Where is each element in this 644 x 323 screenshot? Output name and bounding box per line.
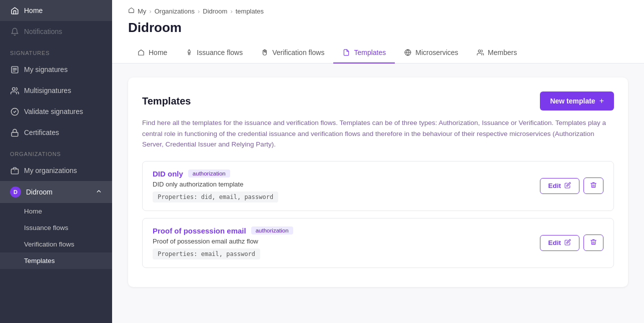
delete-button-2[interactable]: [583, 234, 603, 251]
content-area: Templates New template + Find here all t…: [112, 64, 644, 323]
template-item-proof-of-possession: Proof of possession email authorization …: [142, 218, 614, 268]
tab-members[interactable]: Members: [467, 42, 526, 64]
svg-rect-6: [12, 132, 18, 136]
chevron-up-icon: [96, 188, 102, 196]
page-title: Didroom: [112, 15, 644, 36]
template-item-left-2: Proof of possession email authorization …: [153, 226, 293, 260]
tab-templates-label: Templates: [354, 48, 386, 56]
new-template-button-label: New template: [550, 97, 595, 105]
template-item-did-only: DID only authorization DID only authoriz…: [142, 161, 614, 211]
templates-card: Templates New template + Find here all t…: [128, 78, 628, 287]
pencil-icon-2: [564, 239, 571, 247]
edit-label-1: Edit: [548, 182, 561, 190]
people-icon: [476, 48, 484, 56]
breadcrumb-didroom[interactable]: Didroom: [203, 8, 227, 15]
tab-home-label: Home: [149, 48, 167, 56]
tab-issuance-flows[interactable]: Issuance flows: [176, 42, 252, 64]
sidebar-item-home-label: Home: [24, 6, 43, 14]
template-item-left-1: DID only authorization DID only authoriz…: [153, 170, 278, 202]
sidebar-item-notifications[interactable]: Notifications: [0, 21, 112, 42]
template-name-row-1: DID only authorization: [153, 170, 278, 178]
sidebar-sub-item-issuance-flows-label: Issuance flows: [24, 224, 69, 232]
svg-point-11: [478, 50, 481, 52]
svg-rect-7: [11, 168, 18, 174]
sidebar-item-my-organizations[interactable]: My organizations: [0, 160, 112, 181]
flame-icon: [185, 48, 193, 56]
organizations-section-label: ORGANIZATIONS: [0, 143, 112, 160]
breadcrumb-templates: templates: [236, 8, 264, 15]
trash-icon-1: [590, 182, 597, 190]
templates-description: Find here all the templates for the issu…: [142, 118, 614, 150]
lock-icon: [10, 128, 19, 137]
template-badge-1: authorization: [188, 170, 230, 178]
sidebar-item-certificates[interactable]: Certificates: [0, 122, 112, 143]
template-name-2: Proof of possession email: [153, 226, 246, 235]
edit-button-1[interactable]: Edit: [540, 178, 580, 194]
tab-microservices[interactable]: Microservices: [395, 42, 467, 64]
home-icon: [10, 6, 19, 15]
sidebar-sub-item-templates-label: Templates: [24, 257, 55, 264]
breadcrumb-sep-1: ›: [149, 8, 151, 15]
template-badge-2: authorization: [251, 226, 293, 234]
sidebar-sub-item-org-home[interactable]: Home: [0, 203, 112, 220]
template-props-2: Properties: email, password: [153, 248, 260, 260]
check-circle-icon: [10, 107, 19, 116]
tab-home[interactable]: Home: [128, 42, 176, 64]
breadcrumb-sep-3: ›: [230, 8, 232, 15]
sidebar-sub-item-templates[interactable]: Templates: [0, 252, 112, 269]
template-desc-2: Proof of possession email authz flow: [153, 238, 293, 245]
tab-issuance-flows-label: Issuance flows: [197, 48, 243, 56]
tab-verification-flows[interactable]: Verification flows: [252, 42, 333, 64]
tab-verification-flows-label: Verification flows: [272, 48, 324, 56]
file-icon: [10, 65, 19, 74]
tabs: Home Issuance flows Verification flows T…: [112, 42, 644, 64]
delete-button-1[interactable]: [583, 178, 603, 194]
template-name-1: DID only: [153, 170, 183, 178]
template-actions-1: Edit: [540, 178, 604, 194]
template-desc-1: DID only authorization template: [153, 180, 278, 188]
template-props-1: Properties: did, email, password: [153, 192, 278, 202]
org-avatar-icon: D: [10, 186, 21, 198]
sidebar-item-multisignatures-label: Multisignatures: [24, 86, 71, 94]
sidebar-item-certificates-label: Certificates: [24, 128, 59, 136]
sidebar-org-name: Didroom: [26, 188, 53, 196]
sidebar-item-my-signatures[interactable]: My signatures: [0, 59, 112, 80]
breadcrumb-home-icon: [128, 7, 135, 15]
hand-icon: [261, 48, 269, 56]
users-icon: [10, 86, 19, 95]
sidebar-item-my-signatures-label: My signatures: [24, 66, 68, 74]
sidebar-item-didroom[interactable]: D Didroom: [0, 181, 112, 203]
sidebar-item-home[interactable]: Home: [0, 0, 112, 21]
sidebar-sub-item-issuance-flows[interactable]: Issuance flows: [0, 220, 112, 236]
sidebar-item-notifications-label: Notifications: [24, 28, 62, 36]
bell-icon: [10, 27, 19, 36]
edit-label-2: Edit: [548, 239, 561, 246]
breadcrumb-sep-2: ›: [198, 8, 200, 15]
edit-button-2[interactable]: Edit: [540, 235, 580, 251]
main-content: My › Organizations › Didroom › templates…: [112, 0, 644, 323]
doc-icon: [342, 48, 350, 56]
sidebar-item-multisignatures[interactable]: Multisignatures: [0, 80, 112, 101]
breadcrumb: My › Organizations › Didroom › templates: [112, 0, 644, 15]
sidebar: Home Notifications SIGNATURES My signatu…: [0, 0, 112, 323]
template-name-row-2: Proof of possession email authorization: [153, 226, 293, 235]
globe-icon: [404, 48, 412, 56]
sidebar-sub-item-verification-flows[interactable]: Verification flows: [0, 236, 112, 252]
template-actions-2: Edit: [540, 234, 604, 251]
card-title: Templates: [142, 96, 191, 107]
new-template-button[interactable]: New template +: [540, 92, 614, 110]
svg-point-4: [12, 88, 15, 90]
sidebar-sub-item-verification-flows-label: Verification flows: [24, 240, 75, 248]
sidebar-sub-item-org-home-label: Home: [24, 208, 42, 215]
tab-members-label: Members: [488, 48, 517, 56]
breadcrumb-organizations[interactable]: Organizations: [155, 8, 195, 15]
sidebar-item-my-organizations-label: My organizations: [24, 166, 77, 174]
plus-icon: +: [599, 96, 604, 106]
sidebar-item-validate-signatures[interactable]: Validate signatures: [0, 101, 112, 122]
home-tab-icon: [137, 48, 145, 56]
card-header: Templates New template +: [142, 92, 614, 110]
sidebar-item-validate-signatures-label: Validate signatures: [24, 108, 83, 116]
tab-templates[interactable]: Templates: [333, 42, 395, 64]
breadcrumb-my[interactable]: My: [138, 8, 146, 15]
pencil-icon-1: [564, 182, 571, 190]
